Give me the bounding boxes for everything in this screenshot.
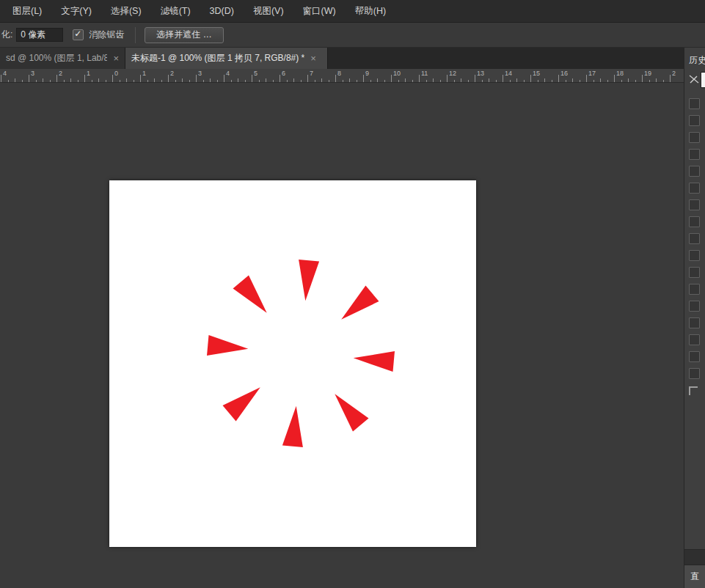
ruler-tick: [419, 75, 420, 82]
menu-item[interactable]: 视图(V): [244, 0, 293, 22]
history-source-checkbox[interactable]: [689, 284, 700, 295]
spinner-wedge: [299, 260, 319, 301]
ruler-number: 1: [142, 70, 146, 77]
history-state-row[interactable]: [684, 230, 705, 247]
spinner-wedge: [335, 394, 368, 431]
history-source-checkbox[interactable]: [689, 98, 700, 109]
menu-item[interactable]: 选择(S): [101, 0, 151, 22]
ruler-tick: [147, 80, 148, 82]
ruler-tick: [70, 78, 71, 82]
document-tab-bar: sd @ 100% (图层 1, Lab/8) * × 未标题-1 @ 100%…: [0, 48, 684, 69]
menu-item[interactable]: 帮助(H): [346, 0, 395, 22]
select-and-mask-button[interactable]: 选择并遮住 …: [145, 27, 223, 43]
ruler-tick: [475, 75, 475, 82]
ruler-tick: [210, 78, 211, 82]
ruler-tick: [384, 80, 385, 82]
history-state-row[interactable]: [684, 180, 705, 196]
ruler-tick: [343, 80, 343, 82]
history-state-row[interactable]: [684, 213, 705, 230]
history-state-row[interactable]: [684, 247, 705, 264]
history-source-checkbox[interactable]: [689, 132, 700, 143]
history-source-checkbox[interactable]: [689, 199, 700, 210]
history-source-checkbox[interactable]: [689, 334, 700, 345]
close-icon[interactable]: ×: [113, 53, 119, 64]
menu-item[interactable]: 文字(Y): [51, 0, 101, 22]
ruler-number: 4: [226, 70, 230, 77]
history-source-checkbox[interactable]: [689, 149, 700, 160]
feather-input[interactable]: [16, 28, 63, 42]
menu-item[interactable]: 图层(L): [3, 0, 51, 22]
history-state-row[interactable]: [684, 298, 705, 315]
ruler-number: 5: [254, 70, 257, 77]
menu-item[interactable]: 3D(D): [200, 0, 244, 22]
ruler-number: 2: [672, 70, 676, 77]
ruler-tick: [544, 78, 545, 82]
history-source-checkbox[interactable]: [689, 301, 700, 312]
ruler-tick: [196, 75, 197, 82]
ruler-tick: [433, 78, 434, 82]
ruler-tick: [78, 80, 78, 82]
history-source-checkbox[interactable]: [689, 166, 700, 177]
history-corner-marker: [689, 386, 698, 395]
ruler-tick: [238, 78, 238, 82]
ruler-tick: [29, 75, 29, 82]
spinner-wedge: [354, 351, 395, 372]
history-state-row[interactable]: [684, 163, 705, 180]
ruler-tick: [84, 75, 85, 82]
ruler-number: 0: [114, 70, 118, 77]
history-state-row[interactable]: [684, 281, 705, 298]
history-source-checkbox[interactable]: [689, 351, 700, 362]
ruler-tick: [412, 80, 413, 82]
ruler-tick: [586, 75, 587, 82]
horizontal-ruler[interactable]: 43210123456789101112131415161718192: [0, 69, 684, 83]
menu-item[interactable]: 窗口(W): [293, 0, 346, 22]
history-source-checkbox[interactable]: [689, 317, 700, 328]
history-state-row[interactable]: [684, 365, 705, 382]
document-canvas[interactable]: [109, 180, 476, 547]
ruler-tick: [203, 80, 204, 82]
document-tab-active[interactable]: 未标题-1 @ 100% (图层 1 拷贝 7, RGB/8#) * ×: [125, 48, 328, 69]
history-state-row[interactable]: [684, 146, 705, 163]
ruler-tick: [363, 75, 364, 82]
history-source-checkbox[interactable]: [689, 267, 700, 278]
history-state-row[interactable]: [684, 264, 705, 281]
history-state-row[interactable]: [684, 112, 705, 129]
history-state-row[interactable]: [684, 315, 705, 331]
ruler-tick: [106, 80, 106, 82]
ruler-tick: [245, 80, 246, 82]
close-icon[interactable]: ×: [310, 53, 316, 64]
history-state-row[interactable]: [684, 95, 705, 112]
ruler-tick: [503, 75, 503, 82]
ruler-number: 16: [560, 70, 568, 77]
bottom-panel-bar[interactable]: 直: [684, 565, 705, 588]
history-state-row[interactable]: [684, 129, 705, 146]
antialias-checkbox[interactable]: ✓: [73, 29, 84, 40]
history-source-checkbox[interactable]: [689, 368, 700, 379]
ruler-tick: [524, 80, 525, 82]
menu-item[interactable]: 滤镜(T): [151, 0, 200, 22]
ruler-tick: [566, 80, 566, 82]
ruler-tick: [329, 80, 329, 82]
snapshot-thumbnail[interactable]: [701, 72, 705, 88]
history-source-checkbox[interactable]: [689, 115, 700, 126]
history-state-row[interactable]: [684, 348, 705, 365]
document-tab[interactable]: sd @ 100% (图层 1, Lab/8) * ×: [0, 48, 125, 69]
feather-label: 化:: [0, 29, 12, 41]
ruler-tick: [426, 80, 427, 82]
history-source-checkbox[interactable]: [689, 250, 700, 261]
ruler-tick: [454, 80, 455, 82]
history-snapshot-row[interactable]: [684, 70, 705, 90]
ruler-tick: [461, 78, 461, 82]
ruler-number: 13: [477, 70, 484, 77]
history-source-checkbox[interactable]: [689, 233, 700, 244]
ruler-tick: [600, 78, 601, 82]
history-state-row[interactable]: [684, 196, 705, 213]
spinner-wedge: [282, 406, 303, 447]
history-source-checkbox[interactable]: [689, 216, 700, 227]
history-source-checkbox[interactable]: [689, 183, 700, 194]
options-separator: [135, 27, 136, 43]
ruler-tick: [224, 75, 224, 82]
history-state-row[interactable]: [684, 331, 705, 348]
canvas-workspace[interactable]: [0, 83, 684, 588]
spinner-wedge: [233, 276, 267, 313]
